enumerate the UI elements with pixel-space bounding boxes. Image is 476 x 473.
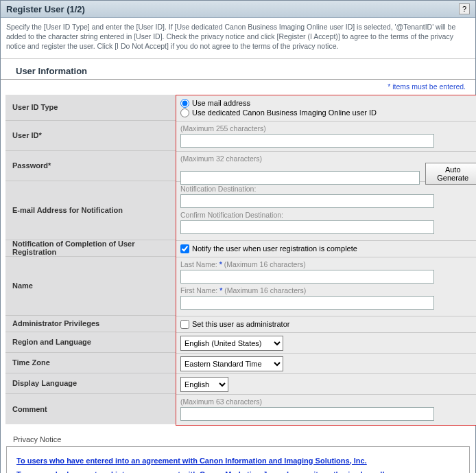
radio-use-mail[interactable]: Use mail address: [180, 99, 476, 108]
label-user-id-type: User ID Type: [5, 95, 176, 121]
password-input[interactable]: [180, 171, 420, 185]
cell-comment: (Maximum 63 characters): [176, 395, 476, 425]
cell-admin: Set this user as administrator: [176, 316, 476, 333]
label-admin-privileges: Administrator Privileges: [5, 316, 176, 332]
cell-reg-completion: Notify the user when user registration i…: [176, 241, 476, 257]
comment-input[interactable]: [180, 407, 434, 421]
label-column: User ID Type User ID * Password * E-mail…: [5, 95, 176, 426]
cell-name: Last Name: * (Maximum 16 characters) Fir…: [176, 257, 476, 316]
label-name: Name: [5, 257, 176, 316]
register-user-window: Register User (1/2) ? Specify the [User …: [0, 0, 476, 473]
cell-user-id-type: Use mail address Use dedicated Canon Bus…: [176, 95, 476, 122]
privacy-section: Privacy Notice To users who have entered…: [1, 431, 475, 473]
window-title: Register User (1/2): [6, 4, 85, 14]
radio-use-dedicated-input[interactable]: [180, 108, 189, 117]
admin-checkbox-row[interactable]: Set this user as administrator: [180, 320, 476, 329]
label-confirm-notif-dest: Confirm Notification Destination:: [180, 211, 283, 219]
privacy-link-2[interactable]: To users who have entered into an agreem…: [16, 470, 398, 473]
privacy-title: Privacy Notice: [6, 434, 470, 446]
hint-63: (Maximum 63 characters): [180, 397, 262, 406]
notify-checkbox[interactable]: [180, 244, 189, 253]
user-id-input[interactable]: [180, 134, 434, 148]
label-timezone: Time Zone: [5, 353, 176, 373]
label-region-language: Region and Language: [5, 332, 176, 353]
last-name-label: Last Name: * (Maximum 16 characters): [180, 260, 306, 268]
cell-user-id: (Maximum 255 characters): [176, 122, 476, 152]
section-title: User Information: [1, 59, 475, 80]
privacy-notice-box[interactable]: To users who have entered into an agreem…: [6, 446, 470, 473]
notification-dest-input[interactable]: [180, 194, 434, 208]
help-button[interactable]: ?: [459, 3, 470, 14]
cell-region: English (United States): [176, 333, 476, 354]
label-user-id: User ID *: [5, 121, 176, 151]
instructions-text: Specify the [User ID Type] and enter the…: [1, 18, 475, 59]
first-name-input[interactable]: [180, 296, 434, 310]
first-name-label: First Name: * (Maximum 16 characters): [180, 286, 306, 295]
hint-255: (Maximum 255 characters): [180, 124, 266, 132]
cell-password: (Maximum 32 characters) Auto Generate: [176, 152, 476, 182]
last-name-input[interactable]: [180, 270, 434, 284]
titlebar: Register User (1/2) ?: [1, 1, 475, 18]
confirm-notification-dest-input[interactable]: [180, 220, 434, 234]
region-language-select[interactable]: English (United States): [180, 336, 283, 351]
timezone-select[interactable]: Eastern Standard Time: [180, 356, 283, 371]
cell-timezone: Eastern Standard Time: [176, 354, 476, 374]
label-comment: Comment: [5, 394, 176, 424]
cell-email-notification: Notification Destination: Confirm Notifi…: [176, 182, 476, 241]
label-display-language: Display Language: [5, 373, 176, 394]
hint-32: (Maximum 32 characters): [180, 154, 262, 163]
cell-display-language: English: [176, 374, 476, 395]
label-reg-completion: Notification of Completion of User Regis…: [5, 240, 176, 257]
privacy-link-1[interactable]: To users who have entered into an agreem…: [16, 457, 367, 465]
label-email-notification: E-mail Address for Notification: [5, 181, 176, 240]
admin-checkbox[interactable]: [180, 320, 189, 329]
display-language-select[interactable]: English: [180, 377, 228, 392]
label-password: Password *: [5, 151, 176, 181]
radio-use-dedicated[interactable]: Use dedicated Canon Business Imaging Onl…: [180, 108, 476, 117]
notify-checkbox-row[interactable]: Notify the user when user registration i…: [180, 244, 476, 253]
auto-generate-button[interactable]: Auto Generate: [425, 163, 476, 185]
value-column-highlighted: Use mail address Use dedicated Canon Bus…: [176, 95, 476, 426]
required-note: * items must be entered.: [1, 80, 475, 95]
label-notif-dest: Notification Destination:: [180, 185, 256, 193]
radio-use-mail-input[interactable]: [180, 99, 189, 108]
